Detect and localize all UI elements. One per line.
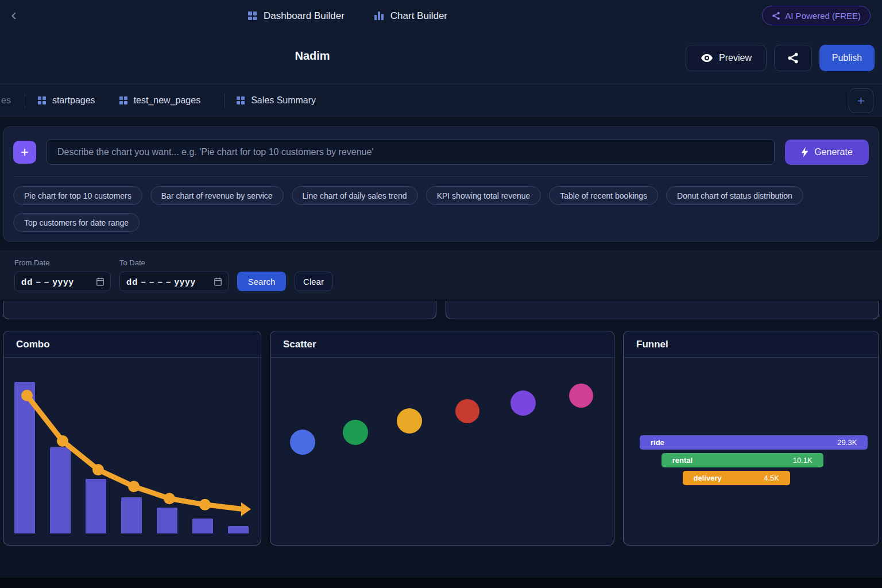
partial-chart-card-right: [446, 301, 879, 319]
combo-card-header: Combo: [3, 331, 261, 358]
partial-cards-row: [3, 301, 879, 319]
funnel-card-title: Funnel: [636, 339, 668, 350]
bottom-strip: [0, 578, 882, 588]
chip-pie-top10[interactable]: Pie chart for top 10 customers: [13, 186, 142, 205]
funnel-stage-label: rental: [672, 456, 693, 465]
ai-powered-label: AI Powered (FREE): [785, 11, 861, 21]
combo-line: [3, 358, 261, 545]
search-label: Search: [248, 277, 276, 287]
tab-chart-builder-label: Chart Builder: [390, 10, 447, 22]
scatter-card-header: Scatter: [270, 331, 614, 358]
page-grid-icon: [237, 96, 245, 105]
tab-divider: [25, 93, 25, 108]
page-tab-label: startpages: [52, 95, 95, 106]
funnel-stage-label: ride: [651, 438, 664, 447]
tab-dashboard-builder[interactable]: Dashboard Builder: [248, 10, 345, 22]
dashboard-grid-icon: [248, 11, 257, 20]
ai-prompt-card: + Generate Pie chart for top 10 customer…: [3, 126, 879, 242]
scatter-point: [397, 408, 422, 434]
to-date-field[interactable]: dd – – – – yyyy: [119, 272, 229, 291]
preview-button[interactable]: Preview: [686, 45, 767, 71]
clear-button[interactable]: Clear: [295, 272, 332, 291]
chart-prompt-input[interactable]: [47, 139, 775, 165]
from-date-field[interactable]: dd – – yyyy: [14, 272, 111, 291]
funnel-stage-value: 4.5K: [764, 474, 779, 482]
calendar-icon: [214, 277, 222, 286]
builder-mode-tabs: Dashboard Builder Chart Builder: [248, 0, 447, 32]
back-button[interactable]: ‹: [6, 5, 22, 25]
scatter-point: [455, 399, 479, 423]
eye-icon: [701, 53, 713, 63]
chip-kpi-revenue[interactable]: KPI showing total revenue: [426, 186, 541, 205]
dashboard-header: Nadim Preview Publish: [0, 32, 882, 84]
funnel-card-header: Funnel: [624, 331, 879, 358]
publish-button[interactable]: Publish: [819, 45, 875, 71]
charts-row: Combo Scatter Funnel ride29.3Krental10.1…: [3, 331, 879, 546]
header-actions: Preview Publish: [686, 45, 875, 71]
to-date-label: To Date: [119, 258, 229, 267]
from-date-value: dd – – yyyy: [21, 277, 74, 287]
generate-label: Generate: [814, 147, 853, 157]
lightning-icon: [801, 147, 808, 157]
prompt-divider: [13, 176, 869, 177]
top-navbar: ‹ Dashboard Builder Chart Builder AI Pow…: [0, 0, 882, 32]
combo-card-title: Combo: [16, 339, 50, 350]
page-tab-sales-summary[interactable]: Sales Summary: [237, 95, 316, 106]
scatter-point: [569, 384, 593, 408]
tab-divider: [225, 93, 225, 108]
funnel-chart-body[interactable]: ride29.3Krental10.1Kdelivery4.5K: [624, 358, 879, 545]
chip-table-bookings[interactable]: Table of recent bookings: [549, 186, 658, 205]
page-tab-test-new-pages[interactable]: test_new_pages: [119, 95, 201, 106]
funnel-stage-label: delivery: [694, 474, 722, 482]
chip-donut-status[interactable]: Donut chart of status distribution: [666, 186, 803, 205]
funnel-stage-delivery: delivery4.5K: [683, 471, 790, 485]
share-button[interactable]: [774, 45, 812, 71]
page-grid-icon: [38, 96, 46, 105]
publish-label: Publish: [832, 53, 862, 63]
funnel-stage-rental: rental10.1K: [662, 453, 823, 467]
funnel-stage-value: 10.1K: [793, 456, 813, 465]
chip-line-sales[interactable]: Line chart of daily sales trend: [292, 186, 418, 205]
scatter-card-title: Scatter: [283, 339, 316, 350]
chip-top-customers[interactable]: Top customers for date range: [13, 213, 140, 232]
funnel-chart-card: Funnel ride29.3Krental10.1Kdelivery4.5K: [623, 331, 879, 546]
from-date-label: From Date: [14, 258, 111, 267]
page-tab-label: test_new_pages: [134, 95, 201, 106]
dashboard-title: Nadim: [295, 49, 330, 63]
page-tab-startpages[interactable]: startpages: [38, 95, 95, 106]
combo-chart-card: Combo: [3, 331, 261, 546]
scatter-point: [510, 390, 536, 416]
preview-label: Preview: [719, 53, 752, 63]
scatter-point: [343, 420, 368, 445]
tab-dashboard-builder-label: Dashboard Builder: [264, 10, 345, 22]
clear-label: Clear: [303, 277, 324, 287]
page-tab-label: Sales Summary: [251, 95, 316, 106]
date-filter-bar: From Date dd – – yyyy To Date dd – – – –…: [0, 250, 882, 299]
chart-bars-icon: [374, 11, 384, 20]
funnel-stage-value: 29.3K: [837, 438, 857, 447]
generate-button[interactable]: Generate: [785, 140, 869, 165]
partial-chart-card-left: [3, 301, 436, 319]
chip-bar-revenue[interactable]: Bar chart of revenue by service: [150, 186, 284, 205]
share-icon: [787, 52, 799, 64]
search-button[interactable]: Search: [237, 272, 286, 291]
scatter-chart-body[interactable]: [270, 358, 614, 545]
scatter-chart-card: Scatter: [270, 331, 614, 546]
funnel-stage-ride: ride29.3K: [640, 435, 868, 450]
add-chart-button[interactable]: +: [13, 141, 36, 164]
tab-chart-builder[interactable]: Chart Builder: [374, 10, 447, 22]
suggestion-chips: Pie chart for top 10 customers Bar chart…: [13, 186, 869, 232]
add-page-button[interactable]: +: [849, 88, 873, 113]
to-date-value: dd – – – – yyyy: [126, 277, 196, 287]
share-icon: [772, 11, 780, 20]
scatter-point: [290, 430, 315, 455]
page-grid-icon: [119, 96, 127, 105]
calendar-icon: [96, 277, 104, 286]
page-tabs-bar: es startpages test_new_pages Sales Summa…: [0, 84, 882, 117]
combo-chart-body[interactable]: [3, 358, 261, 545]
ai-powered-badge[interactable]: AI Powered (FREE): [762, 6, 871, 25]
page-tab-overflow[interactable]: es: [0, 95, 11, 106]
